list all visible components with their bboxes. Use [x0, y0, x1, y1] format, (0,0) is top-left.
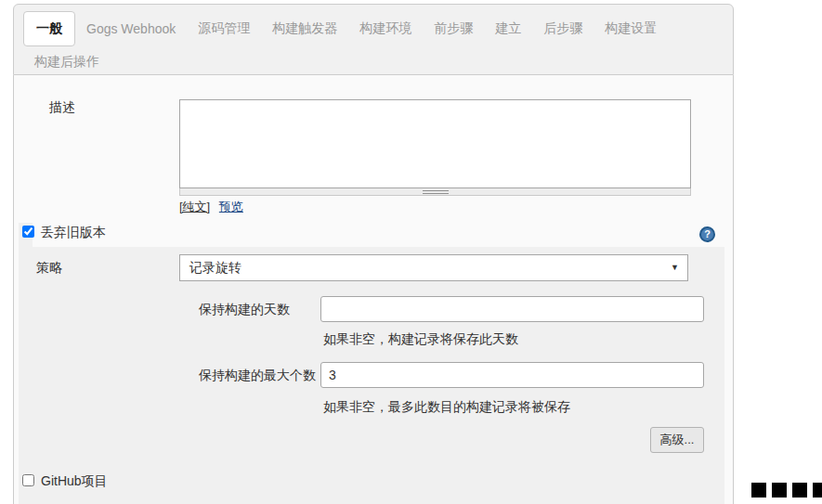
resize-grip-icon	[423, 190, 449, 194]
strategy-label: 策略	[36, 260, 62, 277]
tab-build-triggers[interactable]: 构建触发器	[261, 12, 348, 45]
tab-pre-steps[interactable]: 前步骤	[423, 12, 484, 45]
days-to-keep-help: 如果非空，构建记录将保存此天数	[323, 331, 518, 348]
tab-build[interactable]: 建立	[484, 12, 532, 45]
jenkins-config-page: 一般 Gogs Webhook 源码管理 构建触发器 构建环境 前步骤 建立 后…	[0, 0, 822, 504]
description-textarea[interactable]	[179, 99, 691, 188]
config-content-panel: 描述 [纯文] 预览 丢弃旧版本 ? 策略 记录旋转 ▼ 保持构建的天数 如果非…	[13, 75, 734, 504]
discard-old-builds-label: 丢弃旧版本	[41, 225, 106, 241]
preview-link[interactable]: 预览	[219, 200, 243, 213]
days-to-keep-input[interactable]	[320, 296, 704, 322]
tab-row-1: 一般 Gogs Webhook 源码管理 构建触发器 构建环境 前步骤 建立 后…	[23, 11, 668, 46]
tab-gogs-webhook[interactable]: Gogs Webhook	[75, 13, 187, 45]
description-label: 描述	[49, 99, 75, 116]
option-block-stripe	[19, 223, 33, 504]
strategy-selected-value: 记录旋转	[189, 260, 241, 275]
max-builds-help: 如果非空，最多此数目的构建记录将被保存	[323, 399, 570, 416]
chevron-down-icon: ▼	[671, 255, 679, 280]
tab-post-steps[interactable]: 后步骤	[532, 12, 594, 45]
tab-source-management[interactable]: 源码管理	[187, 12, 261, 45]
tab-build-settings[interactable]: 构建设置	[594, 12, 668, 45]
max-builds-input[interactable]	[320, 362, 704, 388]
github-project-checkbox[interactable]	[22, 474, 34, 486]
advanced-button[interactable]: 高级...	[650, 427, 704, 453]
black-square	[751, 483, 766, 498]
github-project-label: GitHub项目	[41, 473, 108, 490]
black-square	[792, 483, 807, 498]
tab-general[interactable]: 一般	[23, 11, 75, 46]
textarea-resize-handle[interactable]	[179, 188, 691, 196]
days-to-keep-label: 保持构建的天数	[199, 302, 290, 318]
config-tab-bar: 一般 Gogs Webhook 源码管理 构建触发器 构建环境 前步骤 建立 后…	[13, 4, 734, 75]
tab-build-environment[interactable]: 构建环境	[348, 12, 423, 45]
strategy-select[interactable]: 记录旋转 ▼	[179, 254, 688, 281]
max-builds-label: 保持构建的最大个数	[199, 368, 316, 384]
description-format-links: [纯文] 预览	[179, 199, 243, 215]
bottom-right-squares	[751, 483, 822, 498]
discard-old-builds-checkbox[interactable]	[22, 226, 34, 238]
tab-row-2: 构建后操作	[23, 51, 111, 73]
tab-post-build-actions[interactable]: 构建后操作	[23, 45, 111, 79]
help-icon[interactable]: ?	[699, 226, 715, 242]
plain-text-link[interactable]: [纯文]	[179, 200, 210, 213]
black-square	[772, 483, 787, 498]
black-square	[813, 483, 822, 498]
